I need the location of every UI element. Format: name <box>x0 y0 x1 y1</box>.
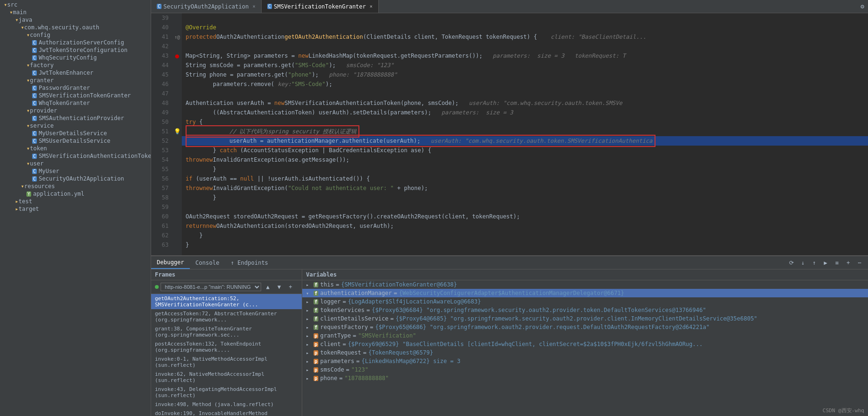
code-line: } <box>182 165 868 174</box>
expand-arrow[interactable]: ▸ <box>306 325 312 330</box>
frame-item[interactable]: invoke:0-1, NativeMethodAccessorImpl (su… <box>151 355 302 370</box>
step-into-btn[interactable]: ↓ <box>798 258 808 268</box>
frames-header: Frames <box>151 269 302 280</box>
debug-content: Frames http-nio-8081-e...p "main": RUNNI… <box>151 269 868 416</box>
gutter-marker <box>172 98 182 108</box>
variable-item[interactable]: ▸f logger = {LogAdapter$Slf4jLocationAwa… <box>302 297 868 306</box>
sidebar-item-PasswordGranter[interactable]: CPasswordGranter <box>0 84 151 92</box>
sidebar-item-provider[interactable]: ▾ provider <box>0 107 151 114</box>
var-value: {LogAdapter$Slf4jLocationAwareLog@6683} <box>348 298 481 305</box>
expand-arrow[interactable]: ▸ <box>306 333 312 338</box>
var-name: this <box>320 281 334 288</box>
run-to-cursor-btn[interactable]: ▶ <box>821 258 830 268</box>
sidebar-item-SMSUserDetailsService[interactable]: CSMSUserDetailsService <box>0 137 151 145</box>
variable-item[interactable]: ▸p grantType = "SMSVerification" <box>302 331 868 340</box>
sidebar-item-SMSVerificationTokenGranter[interactable]: CSMSVerificationTokenGranter <box>0 92 151 99</box>
line-number: 57 <box>155 183 169 193</box>
line-number: 61 <box>155 221 169 231</box>
sidebar-item-user[interactable]: ▾ user <box>0 160 151 167</box>
variable-item[interactable]: ▸p phone = "18788888888" <box>302 374 868 382</box>
expand-arrow[interactable]: ▸ <box>306 350 312 355</box>
sidebar-item-test[interactable]: ▸ test <box>0 198 151 205</box>
gutter-marker <box>172 79 182 89</box>
close-tab-2[interactable]: × <box>370 4 373 9</box>
frame-item[interactable]: invoke:43, DelegatingMethodAccessorImpl … <box>151 385 302 400</box>
expand-arrow[interactable]: ▸ <box>306 282 312 287</box>
sidebar-item-WhqTokenGranter[interactable]: CWhqTokenGranter <box>0 99 151 107</box>
expand-arrow[interactable]: ▸ <box>306 308 312 313</box>
sidebar-item-factory[interactable]: ▾ factory <box>0 61 151 69</box>
down-btn[interactable]: ▼ <box>274 282 284 292</box>
expand-arrow[interactable]: ▸ <box>306 342 312 347</box>
var-name: grantType <box>320 332 351 339</box>
sidebar-item-service[interactable]: ▾ service <box>0 122 151 130</box>
variable-item[interactable]: ▸f clientDetailsService = {$Proxy64@6685… <box>302 314 868 323</box>
expand-arrow[interactable]: ▾ <box>306 291 312 296</box>
file-tree: ▾ src▾ main▾ java▾ com.whq.security.oaut… <box>0 0 151 416</box>
frame-item[interactable]: invoke:498, Method (java.lang.reflect) <box>151 400 302 409</box>
sidebar-item-MyUser[interactable]: CMyUser <box>0 167 151 175</box>
evaluate-btn[interactable]: ≡ <box>832 258 842 268</box>
tab-debugger[interactable]: Debugger <box>151 256 190 269</box>
sidebar-item-SMSVerificationAuthenticationToken[interactable]: CSMSVerificationAuthenticationToken <box>0 152 151 160</box>
tab-endpoints[interactable]: ↑ Endpoints <box>225 256 273 269</box>
code-lines: @Override protected OAuth2Authentication… <box>182 13 868 255</box>
add-frame-btn[interactable]: + <box>286 282 295 292</box>
expand-arrow[interactable]: ▸ <box>306 367 312 373</box>
sidebar-item-target[interactable]: ▸ target <box>0 205 151 213</box>
code-line: OAuth2Request storedOAuth2Request = getR… <box>182 212 868 221</box>
sidebar-item-application.yml[interactable]: Yapplication.yml <box>0 190 151 198</box>
close-tab-1[interactable]: × <box>253 4 255 9</box>
frame-item[interactable]: doInvoke:190, InvocableHandlerMethod (or… <box>151 409 302 416</box>
variable-item[interactable]: ▸p tokenRequest = {TokenRequest@6579} <box>302 348 868 357</box>
sidebar-item-resources[interactable]: ▾ resources <box>0 182 151 190</box>
sidebar-item-java[interactable]: ▾ java <box>0 16 151 24</box>
sidebar-item-JwtTokenStoreConfiguration[interactable]: CJwtTokenStoreConfiguration <box>0 46 151 54</box>
frame-item[interactable]: grant:38, CompositeTokenGranter (org.spr… <box>151 324 302 339</box>
up-btn[interactable]: ▲ <box>263 282 272 292</box>
code-editor[interactable]: 3940414243444546474849505152535455565758… <box>151 13 868 255</box>
java-icon-2: C <box>267 4 272 9</box>
tab-console[interactable]: Console <box>190 256 225 269</box>
sidebar-item-com.whq.security.oauth[interactable]: ▾ com.whq.security.oauth <box>0 24 151 31</box>
more-btn[interactable]: ⋯ <box>855 258 864 268</box>
sidebar-item-MyUserDetailsService[interactable]: CMyUserDetailsService <box>0 130 151 137</box>
frame-item[interactable]: invoke:62, NativeMethodAccessorImpl (sun… <box>151 370 302 385</box>
frame-item[interactable]: postAccessToken:132, TokenEndpoint (org.… <box>151 339 302 355</box>
sidebar-item-SMSAuthenticationProvider[interactable]: CSMSAuthenticationProvider <box>0 114 151 122</box>
add-watch-btn[interactable]: + <box>843 258 853 268</box>
variable-item[interactable]: ▸f tokenServices = {$Proxy63@6684} "org.… <box>302 306 868 314</box>
sidebar-item-main[interactable]: ▾ main <box>0 9 151 16</box>
gutter-marker <box>172 231 182 240</box>
tab-security-oauth2[interactable]: C SecurityOAuth2Application × <box>151 0 262 13</box>
variable-item[interactable]: ▸p client = {$Proxy69@6529} "BaseClientD… <box>302 340 868 348</box>
step-over-btn[interactable]: ⟳ <box>787 258 796 268</box>
expand-arrow[interactable]: ▸ <box>306 376 312 381</box>
sidebar-item-config[interactable]: ▾ config <box>0 31 151 39</box>
frame-item[interactable]: getOAuth2Authentication:52, SMSVerificat… <box>151 294 302 309</box>
sidebar-item-token[interactable]: ▾ token <box>0 145 151 152</box>
step-out-btn[interactable]: ↑ <box>809 258 819 268</box>
expand-arrow[interactable]: ▸ <box>306 359 312 364</box>
expand-arrow[interactable]: ▸ <box>306 316 312 321</box>
sidebar-item-src[interactable]: ▾ src <box>0 1 151 9</box>
sidebar-item-granter[interactable]: ▾ granter <box>0 77 151 84</box>
sidebar-item-AuthorizationServerConfig[interactable]: CAuthorizationServerConfig <box>0 39 151 46</box>
variable-item[interactable]: ▸f this = {SMSVerificationTokenGranter@6… <box>302 280 868 289</box>
folder-icon: ▾ <box>21 24 24 31</box>
sidebar-item-SecurityOAuth2Application[interactable]: CSecurityOAuth2Application <box>0 175 151 182</box>
variable-item[interactable]: ▾f authenticationManager = {WebSecurityC… <box>302 289 868 297</box>
java-file-icon: C <box>32 154 37 159</box>
line-number: 47 <box>155 89 169 98</box>
tab-sms-granter[interactable]: C SMSVerificationTokenGranter × <box>262 0 379 13</box>
thread-selector[interactable]: http-nio-8081-e...p "main": RUNNING <box>161 283 261 291</box>
sidebar-item-JwtTokenEnhancer[interactable]: CJwtTokenEnhancer <box>0 69 151 77</box>
variable-item[interactable]: ▸p smsCode = "123" <box>302 365 868 374</box>
frame-item[interactable]: getAccessToken:72, AbstractTokenGranter … <box>151 309 302 324</box>
sidebar-item-WhqSecurityConfig[interactable]: CWhqSecurityConfig <box>0 54 151 61</box>
variable-item[interactable]: ▸p parameters = {LinkedHashMap@6722} siz… <box>302 357 868 365</box>
expand-arrow[interactable]: ▸ <box>306 299 312 304</box>
code-line: parameters.remove( key: "SMS-Code"); <box>182 79 868 89</box>
settings-icon[interactable]: ⚙ <box>857 3 868 10</box>
variable-item[interactable]: ▸f requestFactory = {$Proxy65@6686} "org… <box>302 323 868 331</box>
